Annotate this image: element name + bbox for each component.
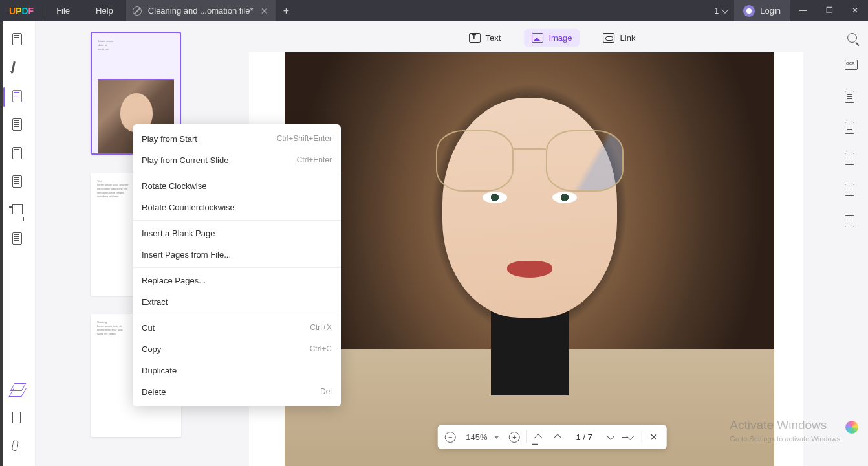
batch-button[interactable]: [845, 215, 859, 229]
right-sidebar: [836, 21, 868, 466]
ctx-copy[interactable]: CopyCtrl+C: [133, 338, 341, 360]
windows-watermark: Activate Windows Go to Settings to activ…: [730, 418, 842, 443]
redact-tool[interactable]: [12, 232, 27, 247]
edit-mode-tools: Text Image Link: [461, 29, 644, 47]
zoom-value: 145%: [466, 432, 487, 442]
ctx-extract[interactable]: Extract: [133, 291, 341, 313]
reader-tool[interactable]: [12, 33, 27, 47]
ctx-rotate-ccw[interactable]: Rotate Counterclockwise: [133, 197, 341, 218]
ocr-button[interactable]: [845, 60, 859, 74]
first-page-button[interactable]: [530, 429, 546, 445]
page-tool[interactable]: [12, 147, 27, 161]
menu-help[interactable]: Help: [83, 6, 126, 16]
ctx-insert-blank[interactable]: Insert a Blank Page: [133, 223, 341, 244]
chevron-down-icon: [722, 6, 729, 13]
close-button[interactable]: ✕: [842, 0, 868, 21]
tab-doc-icon: [133, 6, 142, 16]
zoom-in-button[interactable]: +: [506, 429, 522, 445]
avatar-icon: [743, 5, 755, 17]
image-icon: [532, 33, 543, 43]
ctx-play-current[interactable]: Play from Current SlideCtrl+Enter: [133, 150, 341, 171]
document-image[interactable]: [285, 52, 774, 466]
tab-title: Cleaning and ...omation file*: [148, 6, 254, 16]
maximize-button[interactable]: ❐: [816, 0, 842, 21]
document-tab[interactable]: Cleaning and ...omation file* ✕: [126, 0, 277, 21]
link-icon: [603, 33, 615, 43]
page-navigator: − 145% + 1 / 7 ✕: [437, 425, 667, 449]
context-menu: Play from StartCtrl+Shift+Enter Play fro…: [133, 124, 341, 406]
prev-page-button[interactable]: [550, 429, 565, 445]
tab-count-dropdown[interactable]: 1: [708, 6, 734, 16]
menu-file[interactable]: File: [43, 6, 83, 16]
last-page-button[interactable]: [622, 429, 638, 445]
page-indicator[interactable]: 1 / 7: [569, 432, 598, 442]
ctx-cut[interactable]: CutCtrl+X: [133, 317, 341, 338]
protect-button[interactable]: [845, 122, 859, 136]
dropdown-icon: [494, 436, 499, 441]
ctx-delete[interactable]: DeleteDel: [133, 381, 341, 403]
ctx-replace[interactable]: Replace Pages...: [133, 270, 341, 291]
organize-tool[interactable]: [12, 118, 27, 133]
zoom-out-button[interactable]: −: [442, 429, 458, 445]
link-label: Link: [620, 33, 636, 43]
text-mode-button[interactable]: Text: [461, 29, 509, 47]
edit-tool[interactable]: [12, 90, 27, 104]
close-nav-button[interactable]: ✕: [646, 429, 662, 445]
watermark-title: Activate Windows: [730, 418, 842, 432]
zoom-dropdown[interactable]: 145%: [462, 432, 503, 442]
app-logo: UPDF: [0, 6, 43, 16]
link-mode-button[interactable]: Link: [596, 29, 644, 47]
separator: [133, 220, 341, 221]
bookmark-tool[interactable]: [12, 412, 27, 426]
separator: [526, 430, 526, 443]
tab-count: 1: [714, 6, 719, 16]
layers-tool[interactable]: [12, 383, 27, 397]
login-button[interactable]: Login: [734, 0, 790, 21]
image-label: Image: [548, 33, 572, 43]
next-page-button[interactable]: [603, 429, 618, 445]
image-mode-button[interactable]: Image: [524, 29, 580, 47]
comment-tool[interactable]: [12, 61, 27, 76]
ctx-insert-file[interactable]: Insert Pages from File...: [133, 244, 341, 265]
search-button[interactable]: [847, 33, 857, 43]
left-sidebar: [3, 21, 36, 466]
separator: [133, 173, 341, 173]
ctx-rotate-cw[interactable]: Rotate Clockwise: [133, 175, 341, 197]
tools-tool[interactable]: [12, 175, 27, 190]
add-tab-button[interactable]: +: [276, 5, 296, 17]
text-icon: [469, 33, 481, 43]
convert-button[interactable]: [845, 91, 859, 105]
login-label: Login: [760, 6, 781, 16]
watermark-sub: Go to Settings to activate Windows.: [730, 435, 842, 443]
titlebar: UPDF File Help Cleaning and ...omation f…: [0, 0, 868, 21]
attachment-tool[interactable]: [12, 440, 27, 454]
crop-tool[interactable]: [12, 204, 27, 218]
ctx-play-start[interactable]: Play from StartCtrl+Shift+Enter: [133, 128, 341, 150]
close-icon[interactable]: ✕: [259, 6, 270, 16]
separator: [133, 267, 341, 268]
minimize-button[interactable]: —: [790, 0, 816, 21]
email-button[interactable]: [845, 184, 859, 198]
separator: [133, 315, 341, 315]
separator: [642, 430, 642, 443]
share-button[interactable]: [845, 153, 859, 167]
ai-button[interactable]: [845, 421, 858, 434]
text-label: Text: [486, 33, 501, 43]
ctx-duplicate[interactable]: Duplicate: [133, 360, 341, 381]
